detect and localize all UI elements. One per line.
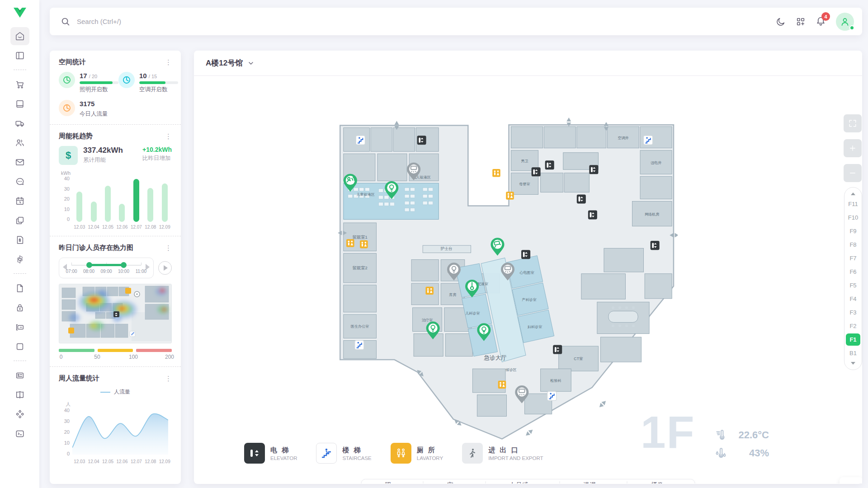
sidebar-item-modal[interactable] [10,338,29,356]
zoom-in-button[interactable] [844,139,862,157]
sidebar-item-kanban[interactable] [10,211,29,230]
heatmap-play-button[interactable] [158,261,172,275]
y-axis-unit: 人 [59,401,72,408]
more-menu-icon[interactable]: ⋮ [165,133,172,140]
energy-bar[interactable] [105,186,111,222]
pie-icon [59,100,75,116]
sidebar-item-users[interactable] [10,134,29,152]
online-status-dot [849,25,854,30]
map-legend: 电 梯ELEVATOR 楼 梯STAIRCASE 厕 所LAVATORY 进 出… [244,443,543,464]
device-lighting[interactable]: 照明24 [362,481,424,483]
energy-delta: +10.2kWh [142,146,172,153]
space-stats-card: 空间统计 ⋮ 17 / 20 照明开启数 10 / 15 [50,51,181,125]
floor-item-f9[interactable]: F9 [846,225,860,237]
energy-bar-chart: kWh 403020100 [59,170,172,222]
floor-item-f8[interactable]: F8 [846,239,860,251]
svg-text:CT室: CT室 [574,357,583,361]
sidebar-item-cli[interactable] [10,425,29,443]
sidebar-item-pages[interactable] [10,279,29,297]
time-range-slider[interactable]: 07:0008:0009:0010:0011:00 [59,258,154,278]
svg-text:儿科诊室: 儿科诊室 [465,311,480,315]
device-status-bar: 照明24 空调22 人员感应20 温湿度1 摄像头3 [361,479,695,483]
slider-handle[interactable] [121,262,127,268]
notification-badge: 4 [821,12,830,21]
sidebar-item-layouts[interactable] [10,47,29,65]
slider-time-label: 09:00 [100,269,112,274]
dark-mode-moon-icon[interactable] [776,17,786,27]
stat-label: 今日人流量 [80,110,108,118]
device-camera[interactable]: 摄像头3 [627,481,695,483]
heatmap-scale-labels: 050100200 [59,354,172,360]
floor-item-f7[interactable]: F7 [846,252,860,264]
floor-item-f11[interactable]: F11 [846,198,860,210]
stat-traffic: 3175 今日人流量 [59,100,118,118]
floor-item-f1[interactable]: F1 [846,333,860,346]
energy-bar[interactable] [162,183,168,222]
more-menu-icon[interactable]: ⋮ [165,59,172,66]
energy-total: 337.42kWh [83,146,123,155]
slider-time-label: 10:00 [118,269,129,274]
sidebar-item-email[interactable] [10,153,29,171]
staircase-icon [316,443,337,464]
slider-range[interactable] [89,264,124,266]
global-search[interactable] [61,17,776,27]
sidebar-item-home[interactable] [10,27,29,45]
energy-total-label: 累计用能 [83,156,123,164]
sidebar-item-ecommerce[interactable] [10,75,29,94]
play-icon [164,265,168,271]
map-canvas[interactable]: 1F [194,76,862,483]
more-menu-icon[interactable]: ⋮ [165,375,172,382]
floor-item-f4[interactable]: F4 [846,293,860,305]
floor-stack-button[interactable] [840,477,862,483]
sidebar-item-invoice[interactable] [10,231,29,249]
floor-item-f6[interactable]: F6 [846,266,860,278]
floor-item-b1[interactable]: B1 [846,347,860,359]
energy-bar[interactable] [76,192,82,222]
floor-item-f3[interactable]: F3 [846,306,860,319]
sidebar-item-calendar[interactable] [10,192,29,210]
floor-item-f2[interactable]: F2 [846,320,860,332]
stat-value: 3175 [80,100,94,108]
chevron-down-icon[interactable] [247,60,255,67]
energy-bar[interactable] [133,179,139,222]
energy-bar[interactable] [147,188,153,222]
floor-item-f10[interactable]: F10 [846,211,860,224]
temperature-value: 22.6°C [733,429,769,441]
progress-bar [80,81,118,84]
floors-scroll-up-icon[interactable] [851,192,855,195]
sidebar-item-extensions[interactable] [10,405,29,423]
sidebar-item-settings[interactable] [10,250,29,268]
pie-icon [59,72,75,88]
device-ac[interactable]: 空调22 [424,481,486,483]
y-axis-unit: kWh [59,170,72,176]
traffic-line-chart: 人 403020100 [59,401,172,456]
more-menu-icon[interactable]: ⋮ [165,244,172,251]
svg-text:网络机房: 网络机房 [645,212,660,216]
stat-total: / 15 [149,74,157,79]
zoom-out-button[interactable] [844,164,862,182]
floors-scroll-down-icon[interactable] [851,362,855,365]
sidebar-item-components[interactable] [10,386,29,404]
card-title: 空间统计 [59,58,86,66]
user-avatar[interactable] [836,13,854,31]
sidebar-item-logistics[interactable] [10,114,29,132]
sidebar-item-academy[interactable] [10,95,29,113]
entrance-icon [462,443,483,464]
search-input[interactable] [77,18,267,25]
dollar-icon: $ [59,146,78,165]
apps-grid-icon[interactable] [796,17,806,27]
fullscreen-button[interactable] [844,114,862,132]
sidebar-item-wizard[interactable] [10,318,29,336]
device-occupancy[interactable]: 人员感应20 [486,481,560,483]
floor-item-f5[interactable]: F5 [846,279,860,291]
device-thermo[interactable]: 温湿度1 [560,481,627,483]
sidebar-item-authentication[interactable] [10,299,29,317]
sidebar-item-chat[interactable] [10,173,29,191]
energy-bar[interactable] [119,204,125,222]
sidebar-item-cards[interactable] [10,366,29,385]
floor-map-card: A楼12号馆 1F [194,51,862,484]
energy-bar[interactable] [91,202,97,222]
card-title: 昨日门诊人员存在热力图 [59,244,133,252]
slider-handle[interactable] [86,262,92,268]
app-logo-icon[interactable] [13,7,27,20]
